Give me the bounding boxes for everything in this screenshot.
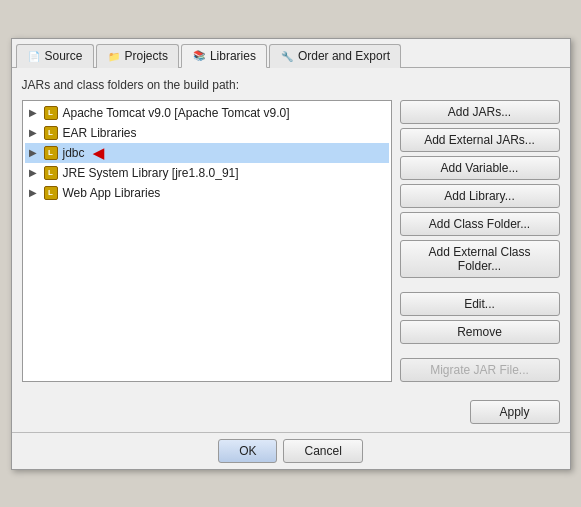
tomcat-label: Apache Tomcat v9.0 [Apache Tomcat v9.0] <box>63 106 290 120</box>
jre-lib-icon: L <box>43 165 59 181</box>
tab-libraries-label: Libraries <box>210 49 256 63</box>
tomcat-lib-icon: L <box>43 105 59 121</box>
libraries-tab-icon: 📚 <box>192 49 206 63</box>
button-panel: Add JARs... Add External JARs... Add Var… <box>400 100 560 382</box>
expand-arrow-ear: ▶ <box>29 127 39 138</box>
list-item[interactable]: ▶ L Apache Tomcat v9.0 [Apache Tomcat v9… <box>25 103 389 123</box>
add-jars-button[interactable]: Add JARs... <box>400 100 560 124</box>
description: JARs and class folders on the build path… <box>22 78 560 92</box>
add-external-class-folder-button[interactable]: Add External Class Folder... <box>400 240 560 278</box>
webapp-label: Web App Libraries <box>63 186 161 200</box>
source-tab-icon: 📄 <box>27 49 41 63</box>
add-external-jars-button[interactable]: Add External JARs... <box>400 128 560 152</box>
expand-arrow-jre: ▶ <box>29 167 39 178</box>
library-list[interactable]: ▶ L Apache Tomcat v9.0 [Apache Tomcat v9… <box>22 100 392 382</box>
remove-button[interactable]: Remove <box>400 320 560 344</box>
main-content: JARs and class folders on the build path… <box>12 68 570 392</box>
list-item[interactable]: ▶ L EAR Libraries <box>25 123 389 143</box>
apply-button[interactable]: Apply <box>470 400 560 424</box>
add-library-button[interactable]: Add Library... <box>400 184 560 208</box>
webapp-lib-icon: L <box>43 185 59 201</box>
tab-order-export[interactable]: 🔧 Order and Export <box>269 44 401 68</box>
jdbc-lib-icon: L <box>43 145 59 161</box>
cancel-button[interactable]: Cancel <box>283 439 362 463</box>
tab-bar: 📄 Source 📁 Projects 📚 Libraries 🔧 Order … <box>12 39 570 68</box>
order-export-tab-icon: 🔧 <box>280 49 294 63</box>
expand-arrow-webapp: ▶ <box>29 187 39 198</box>
footer-bar: OK Cancel <box>12 432 570 469</box>
tab-order-export-label: Order and Export <box>298 49 390 63</box>
migrate-jar-button[interactable]: Migrate JAR File... <box>400 358 560 382</box>
btn-separator-2 <box>400 348 560 354</box>
jdbc-label: jdbc <box>63 146 85 160</box>
expand-arrow-tomcat: ▶ <box>29 107 39 118</box>
ear-lib-icon: L <box>43 125 59 141</box>
edit-button[interactable]: Edit... <box>400 292 560 316</box>
ear-label: EAR Libraries <box>63 126 137 140</box>
add-class-folder-button[interactable]: Add Class Folder... <box>400 212 560 236</box>
list-item-jdbc[interactable]: ▶ L jdbc ◀ <box>25 143 389 163</box>
tab-projects[interactable]: 📁 Projects <box>96 44 179 68</box>
ok-button[interactable]: OK <box>218 439 277 463</box>
list-item[interactable]: ▶ L Web App Libraries <box>25 183 389 203</box>
tab-source-label: Source <box>45 49 83 63</box>
content-area: ▶ L Apache Tomcat v9.0 [Apache Tomcat v9… <box>22 100 560 382</box>
btn-separator <box>400 282 560 288</box>
apply-bar: Apply <box>12 392 570 432</box>
tab-source[interactable]: 📄 Source <box>16 44 94 68</box>
tab-libraries[interactable]: 📚 Libraries <box>181 44 267 68</box>
add-variable-button[interactable]: Add Variable... <box>400 156 560 180</box>
expand-arrow-jdbc: ▶ <box>29 147 39 158</box>
jre-label: JRE System Library [jre1.8.0_91] <box>63 166 239 180</box>
tab-projects-label: Projects <box>125 49 168 63</box>
projects-tab-icon: 📁 <box>107 49 121 63</box>
dialog: 📄 Source 📁 Projects 📚 Libraries 🔧 Order … <box>11 38 571 470</box>
red-arrow-indicator: ◀ <box>93 145 104 161</box>
list-item[interactable]: ▶ L JRE System Library [jre1.8.0_91] <box>25 163 389 183</box>
